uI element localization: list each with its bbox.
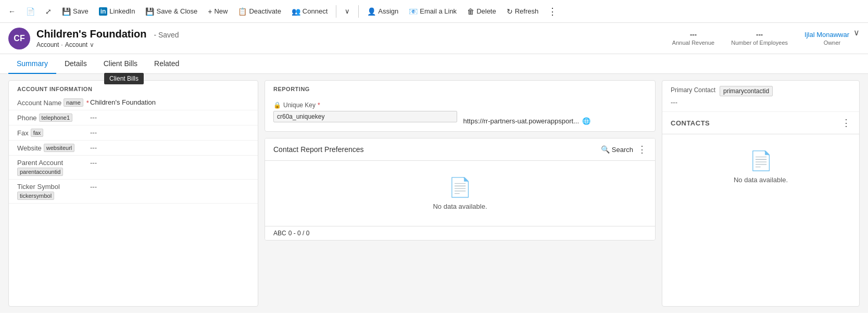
contacts-no-data-icon: 📄 bbox=[749, 150, 773, 172]
breadcrumb-account2[interactable]: Account bbox=[65, 41, 87, 48]
new-label: New bbox=[214, 7, 228, 15]
header: CF Children's Foundation - Saved Account… bbox=[0, 23, 868, 54]
contacts-more-button[interactable]: ⋮ bbox=[841, 117, 851, 129]
account-info-panel: ACCOUNT INFORMATION Account Name name * … bbox=[8, 80, 258, 307]
linkedin-button[interactable]: in LinkedIn bbox=[95, 5, 140, 18]
contacts-no-data-text: No data available. bbox=[734, 176, 788, 184]
email-button[interactable]: 📧 Email a Link bbox=[405, 5, 461, 18]
breadcrumb-account1[interactable]: Account bbox=[36, 41, 59, 48]
toolbar: ← 📄 ⤢ 💾 Save in LinkedIn 💾 Save & Close … bbox=[0, 0, 868, 23]
save-button[interactable]: 💾 Save bbox=[58, 5, 93, 18]
field-label-account-name: Account Name name * bbox=[17, 98, 90, 107]
new-button[interactable]: + New bbox=[204, 5, 232, 18]
new-icon: + bbox=[208, 7, 212, 16]
crp-search-icon: 🔍 bbox=[601, 145, 610, 154]
expand-button[interactable]: ⤢ bbox=[41, 5, 56, 18]
employees-label: Number of Employees bbox=[731, 40, 788, 46]
expand-icon: ⤢ bbox=[45, 7, 52, 16]
field-tag-fax: fax bbox=[31, 129, 44, 137]
owner-label: Owner bbox=[804, 40, 860, 46]
field-value-website[interactable]: --- bbox=[90, 144, 249, 151]
field-value-account-name[interactable]: Children's Foundation bbox=[90, 98, 249, 106]
field-value-ticker[interactable]: --- bbox=[90, 183, 249, 191]
field-value-phone[interactable]: --- bbox=[90, 113, 249, 121]
url-value[interactable]: https://rr-partners-uat.powerappsport... bbox=[463, 117, 580, 125]
unique-key-field: 🔒 Unique Key * cr60a_uniquekey bbox=[273, 102, 457, 122]
annual-revenue-value: --- bbox=[672, 31, 714, 39]
breadcrumb-chevron[interactable]: ∨ bbox=[90, 41, 94, 48]
tab-summary[interactable]: Summary bbox=[8, 54, 56, 74]
tab-related[interactable]: Related bbox=[146, 54, 187, 74]
owner-row: Ijlal Monawwar ∨ bbox=[804, 31, 860, 39]
deactivate-button[interactable]: 📋 Deactivate bbox=[234, 5, 285, 18]
primary-contact-section: Primary Contact primarycontactid --- bbox=[662, 81, 859, 112]
crp-no-data-text: No data available. bbox=[433, 203, 487, 210]
employees-field: --- Number of Employees bbox=[731, 31, 788, 46]
back-icon: ← bbox=[8, 7, 16, 16]
tabs-bar: Summary Details Client Bills Related Cli… bbox=[0, 54, 868, 74]
field-value-fax[interactable]: --- bbox=[90, 129, 249, 136]
crp-footer-pages: 0 - 0 / 0 bbox=[288, 230, 310, 237]
tab-client-bills[interactable]: Client Bills bbox=[95, 54, 146, 74]
unique-key-label: 🔒 Unique Key * bbox=[273, 102, 457, 109]
field-tag-ticker: tickersymbol bbox=[17, 192, 54, 200]
save-close-button[interactable]: 💾 Save & Close bbox=[141, 5, 202, 18]
field-label-fax: Fax fax bbox=[17, 129, 90, 137]
save-close-label: Save & Close bbox=[156, 7, 197, 15]
refresh-button[interactable]: ↻ Refresh bbox=[502, 5, 543, 18]
contact-report-preferences-panel: Contact Report Preferences 🔍 Search ⋮ 📄 … bbox=[265, 138, 656, 241]
globe-icon[interactable]: 🌐 bbox=[582, 117, 590, 125]
connect-button[interactable]: 👥 Connect bbox=[287, 5, 332, 18]
field-label-ticker: Ticker Symbol tickersymbol bbox=[17, 183, 90, 200]
breadcrumb-dot: · bbox=[61, 41, 62, 48]
delete-label: Delete bbox=[476, 7, 496, 15]
crp-more-button[interactable]: ⋮ bbox=[637, 144, 647, 155]
field-tag-name: name bbox=[64, 98, 83, 107]
field-tag-website: websiteurl bbox=[44, 144, 75, 152]
reporting-panel: REPORTING 🔒 Unique Key * cr60a_uniquekey bbox=[265, 80, 656, 132]
url-field: https://rr-partners-uat.powerappsport...… bbox=[463, 102, 647, 125]
doc-icon: 📄 bbox=[26, 7, 35, 16]
contacts-panel: Primary Contact primarycontactid --- CON… bbox=[662, 80, 860, 307]
contacts-title: CONTACTS bbox=[671, 119, 841, 127]
field-account-name: Account Name name * Children's Foundatio… bbox=[9, 95, 258, 110]
email-icon: 📧 bbox=[409, 7, 418, 16]
more-icon[interactable]: ⋮ bbox=[545, 4, 560, 19]
crp-header: Contact Report Preferences 🔍 Search ⋮ bbox=[265, 138, 655, 161]
crp-footer: ABC 0 - 0 / 0 bbox=[265, 226, 655, 240]
refresh-icon: ↻ bbox=[507, 7, 513, 16]
chevron-down-icon: ∨ bbox=[345, 7, 350, 15]
owner-chevron[interactable]: ∨ bbox=[853, 28, 860, 37]
field-label-website: Website websiteurl bbox=[17, 144, 90, 152]
primary-contact-label: Primary Contact bbox=[671, 86, 715, 94]
avatar: CF bbox=[8, 28, 30, 49]
assign-button[interactable]: 👤 Assign bbox=[363, 5, 402, 18]
contacts-no-data-area: 📄 No data available. bbox=[662, 134, 859, 199]
saved-label: - Saved bbox=[154, 31, 179, 39]
field-phone: Phone telephone1 --- bbox=[9, 110, 258, 125]
reporting-body: 🔒 Unique Key * cr60a_uniquekey https://r… bbox=[265, 95, 655, 131]
unique-key-input[interactable]: cr60a_uniquekey bbox=[273, 111, 457, 122]
connect-icon: 👥 bbox=[292, 7, 300, 16]
field-value-parent-account[interactable]: --- bbox=[90, 159, 249, 167]
crp-search-button[interactable]: 🔍 Search bbox=[601, 145, 633, 154]
owner-name[interactable]: Ijlal Monawwar bbox=[804, 31, 849, 39]
deactivate-label: Deactivate bbox=[249, 7, 281, 15]
crp-no-data-area: 📄 No data available. bbox=[265, 161, 655, 226]
delete-button[interactable]: 🗑 Delete bbox=[463, 5, 500, 18]
contacts-header: CONTACTS ⋮ bbox=[662, 112, 859, 134]
tab-details[interactable]: Details bbox=[56, 54, 95, 74]
reporting-row: 🔒 Unique Key * cr60a_uniquekey https://r… bbox=[273, 102, 647, 125]
center-panels: REPORTING 🔒 Unique Key * cr60a_uniquekey bbox=[265, 80, 656, 307]
chevron-button[interactable]: ∨ bbox=[341, 5, 354, 17]
divider-1 bbox=[336, 5, 336, 18]
owner-field: Ijlal Monawwar ∨ Owner bbox=[804, 31, 860, 46]
reporting-url: https://rr-partners-uat.powerappsport...… bbox=[463, 117, 647, 125]
linkedin-label: LinkedIn bbox=[109, 7, 135, 15]
primary-contact-tag[interactable]: primarycontactid bbox=[720, 86, 773, 96]
assign-icon: 👤 bbox=[367, 7, 376, 16]
back-button[interactable]: ← bbox=[4, 5, 20, 18]
doc-button[interactable]: 📄 bbox=[22, 5, 39, 18]
annual-revenue-label: Annual Revenue bbox=[672, 40, 714, 46]
field-label-parent-account: Parent Account parentaccountid bbox=[17, 159, 90, 176]
